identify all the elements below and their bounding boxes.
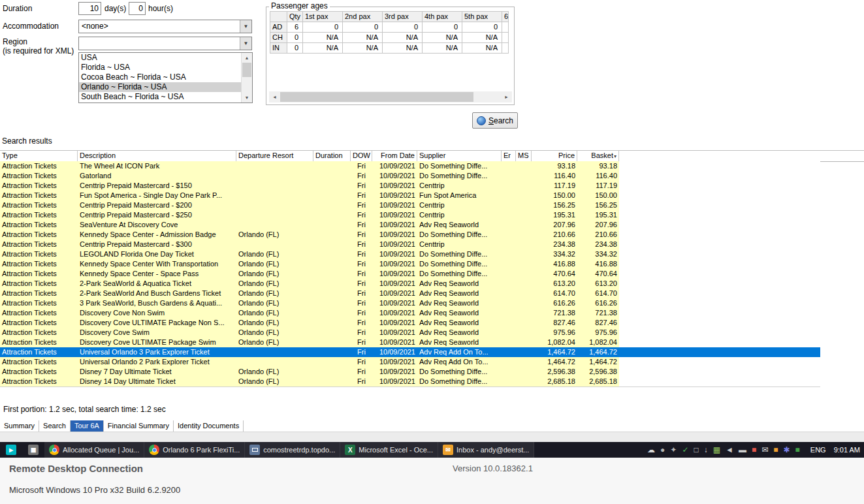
passenger-hscroll-thumb[interactable] [280, 92, 473, 102]
language-indicator[interactable]: ENG [807, 446, 830, 454]
result-row[interactable]: Attraction TicketsGatorlandFri10/09/2021… [0, 171, 820, 181]
antivirus-icon[interactable]: ✓ [682, 446, 688, 454]
result-row[interactable]: Attraction TicketsDisney 14 Day Ultimate… [0, 377, 820, 386]
result-row[interactable]: Attraction TicketsCenttrip Prepaid Maste… [0, 181, 820, 191]
results-col-description[interactable]: Description [78, 151, 236, 161]
taskbar-button[interactable]: ✉Inbox - andy@deerst... [438, 442, 534, 458]
results-col-departure-resort[interactable]: Departure Resort [236, 151, 313, 161]
passenger-age-cell[interactable]: 0 [287, 33, 303, 43]
search-button[interactable]: Search [472, 112, 518, 129]
result-row[interactable]: Attraction TicketsKennedy Space Center -… [0, 230, 820, 240]
lock-icon[interactable]: ● [660, 446, 665, 454]
green-icon[interactable]: ■ [795, 446, 800, 454]
region-scroll-thumb[interactable] [242, 63, 251, 77]
result-row[interactable]: Attraction TicketsKennedy Space Center -… [0, 269, 820, 279]
teams-icon[interactable]: ✱ [783, 446, 790, 454]
taskbar-button[interactable]: Orlando 6 Park FlexiTi... [144, 442, 245, 458]
region-combobox[interactable]: ▼ [78, 37, 252, 50]
passenger-age-cell[interactable] [502, 33, 509, 43]
passenger-age-cell[interactable]: 0 [462, 22, 502, 33]
scroll-left-icon[interactable]: ◄ [269, 91, 280, 102]
download-icon[interactable]: ↓ [704, 446, 708, 454]
result-row[interactable]: Attraction Tickets3 Park SeaWorld, Busch… [0, 298, 820, 308]
results-col-dow[interactable]: DOW [351, 151, 372, 161]
region-scroll-track[interactable] [242, 77, 252, 93]
results-col-from-date[interactable]: From Date [372, 151, 417, 161]
result-row[interactable]: Attraction Tickets2-Park SeaWorld & Aqua… [0, 279, 820, 289]
passenger-age-cell[interactable]: N/A [462, 43, 502, 54]
passenger-age-cell[interactable]: N/A [423, 33, 462, 43]
result-row[interactable]: Attraction TicketsDiscovery Cove ULTIMAT… [0, 338, 820, 347]
result-row[interactable]: Attraction TicketsThe Wheel At ICON Park… [0, 161, 820, 171]
duration-hours-input[interactable] [129, 2, 146, 15]
region-dropdown-icon[interactable]: ▼ [240, 37, 251, 50]
result-row[interactable]: Attraction TicketsDisney 7 Day Ultimate … [0, 367, 820, 377]
mail-tray-icon[interactable]: ✉ [761, 446, 768, 454]
region-option[interactable]: Florida ~ USA [79, 63, 241, 72]
projector-icon[interactable]: ▬ [739, 446, 746, 454]
region-scrollbar[interactable]: ▲ ▼ [241, 53, 252, 102]
result-row[interactable]: Attraction TicketsSeaVenture At Discover… [0, 220, 820, 230]
passenger-age-cell[interactable]: N/A [343, 33, 383, 43]
region-option[interactable]: USA [79, 53, 241, 63]
clock[interactable]: 9:01 AM [830, 446, 864, 454]
region-listbox[interactable]: USAFlorida ~ USACocoa Beach ~ Florida ~ … [78, 52, 253, 103]
tab-summary[interactable]: Summary [0, 420, 39, 432]
key-icon[interactable]: ✦ [670, 446, 677, 454]
passenger-age-cell[interactable]: N/A [303, 43, 343, 54]
tab-identity-documents[interactable]: Identity Documents [174, 420, 244, 432]
passenger-age-cell[interactable] [502, 43, 509, 54]
passenger-hscrollbar[interactable]: ◄ ► [269, 91, 512, 102]
taskbar-button[interactable]: comostreetrdp.topdo... [245, 442, 340, 458]
passenger-age-cell[interactable] [502, 22, 509, 33]
passenger-age-cell[interactable]: 0 [287, 43, 303, 54]
passenger-hscroll-track[interactable] [473, 91, 501, 102]
result-row[interactable]: Attraction TicketsUniversal Orlando 2 Pa… [0, 357, 820, 367]
results-col-er[interactable]: Er [502, 151, 516, 161]
alert-icon[interactable]: ■ [752, 446, 756, 454]
passenger-age-cell[interactable]: N/A [343, 43, 383, 54]
results-col-price[interactable]: Price [532, 151, 577, 161]
cloud-icon[interactable]: ☁ [647, 446, 655, 454]
tab-tour-6a[interactable]: Tour 6A [71, 420, 104, 432]
result-row[interactable]: Attraction TicketsUniversal Orlando 3 Pa… [0, 347, 820, 357]
taskbar-pinned-utility-app-icon[interactable]: ▦ [22, 442, 44, 458]
tab-financial-summary[interactable]: Financial Summary [104, 420, 174, 432]
result-row[interactable]: Attraction TicketsDiscovery Cove SwimOrl… [0, 328, 820, 338]
result-row[interactable]: Attraction TicketsLEGOLAND Florida One D… [0, 249, 820, 259]
taskbar-button[interactable]: Allocated Queue | Jou... [44, 442, 144, 458]
results-col-basket[interactable]: Basket▾ [577, 151, 619, 161]
result-row[interactable]: Attraction TicketsFun Spot America - Sin… [0, 191, 820, 200]
amber-icon[interactable]: ■ [773, 446, 778, 454]
passenger-age-cell[interactable]: N/A [383, 33, 423, 43]
result-row[interactable]: Attraction TicketsDiscovery Cove Non Swi… [0, 308, 820, 318]
passenger-age-cell[interactable]: N/A [423, 43, 462, 54]
passenger-age-cell[interactable]: 0 [343, 22, 383, 33]
region-option[interactable]: Cocoa Beach ~ Florida ~ USA [79, 72, 241, 82]
scroll-right-icon[interactable]: ► [501, 91, 512, 102]
bottom-scroll-strip[interactable] [0, 432, 864, 442]
scroll-down-icon[interactable]: ▼ [242, 93, 252, 102]
passenger-age-cell[interactable]: 0 [383, 22, 423, 33]
results-col-type[interactable]: Type [0, 151, 78, 161]
result-row[interactable]: Attraction TicketsCenttrip Prepaid Maste… [0, 200, 820, 210]
duration-days-input[interactable] [78, 2, 101, 15]
passenger-age-cell[interactable]: N/A [303, 33, 343, 43]
passenger-age-cell[interactable]: 0 [423, 22, 462, 33]
photos-icon[interactable]: ▦ [713, 446, 720, 454]
tab-search[interactable]: Search [39, 420, 71, 432]
accommodation-dropdown-icon[interactable]: ▼ [240, 20, 251, 33]
passenger-age-cell[interactable]: N/A [462, 33, 502, 43]
taskbar-pinned-media-app-icon[interactable]: ▶ [0, 442, 22, 458]
result-row[interactable]: Attraction TicketsCenttrip Prepaid Maste… [0, 240, 820, 249]
taskbar-button[interactable]: XMicrosoft Excel - Oce... [340, 442, 438, 458]
volume-icon[interactable]: ◄ [726, 446, 733, 454]
results-col-duration[interactable]: Duration [313, 151, 351, 161]
passenger-age-cell[interactable]: 6 [287, 22, 303, 33]
display-icon[interactable]: □ [694, 446, 698, 454]
region-option[interactable]: Orlando ~ Florida ~ USA [79, 82, 241, 92]
result-row[interactable]: Attraction Tickets2-Park SeaWorld And Bu… [0, 289, 820, 298]
region-option[interactable]: South Beach ~ Florida ~ USA [79, 92, 241, 102]
passenger-age-cell[interactable]: 0 [303, 22, 343, 33]
result-row[interactable]: Attraction TicketsKennedy Space Center W… [0, 259, 820, 269]
